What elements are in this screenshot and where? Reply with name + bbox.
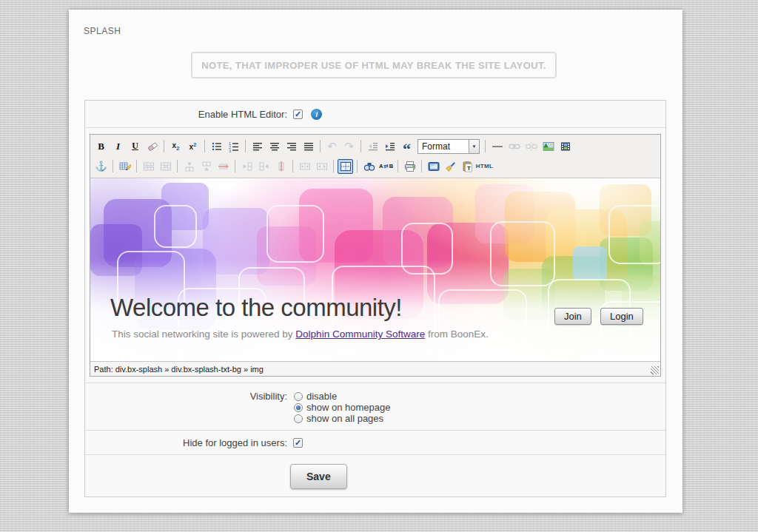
underline-icon: U bbox=[132, 141, 138, 152]
radio-label: show on all pages bbox=[306, 413, 383, 424]
rowafter-icon bbox=[201, 161, 212, 172]
toolbar-separator bbox=[204, 140, 205, 152]
find-button[interactable] bbox=[361, 159, 377, 174]
chevron-down-icon[interactable]: ▼ bbox=[469, 140, 479, 153]
preview-button[interactable] bbox=[426, 159, 441, 174]
html-source-button[interactable]: HTML bbox=[477, 159, 492, 174]
editor-element-path[interactable]: Path: div.bx-splash » div.bx-splash-txt-… bbox=[94, 365, 264, 374]
aligncenter-icon bbox=[269, 141, 281, 152]
redo-button: ↷ bbox=[341, 139, 357, 154]
numbered-list-button[interactable]: 123 bbox=[226, 139, 241, 154]
enable-editor-row: Enable HTML Editor: ✓ i bbox=[85, 101, 665, 127]
align-right-button[interactable] bbox=[284, 139, 299, 154]
mergecells-icon bbox=[316, 161, 328, 172]
cleanup-code-button[interactable] bbox=[443, 159, 458, 174]
visibility-label: Visibility: bbox=[85, 391, 291, 424]
html-warning-note-text: NOTE, THAT IMPROPER USE OF HTML MAY BREA… bbox=[201, 60, 546, 71]
insert-row-before-button bbox=[181, 159, 197, 174]
svg-text:T: T bbox=[467, 165, 471, 172]
align-justify-button[interactable] bbox=[301, 139, 316, 154]
superscript-button[interactable]: x2 bbox=[185, 139, 201, 154]
editor-content-area[interactable]: Welcome to the community! This social ne… bbox=[90, 178, 660, 361]
paste-as-text-button[interactable]: T bbox=[460, 159, 475, 174]
italic-icon: I bbox=[116, 141, 120, 152]
subscript-icon: x2 bbox=[172, 141, 179, 152]
login-button[interactable]: Login bbox=[600, 308, 643, 325]
preview-icon bbox=[428, 161, 440, 172]
resize-handle-icon[interactable] bbox=[651, 366, 659, 374]
toolbar-separator bbox=[398, 160, 398, 172]
visibility-option-show-on-homepage[interactable]: show on homepage bbox=[293, 402, 665, 413]
insert-table-button[interactable] bbox=[117, 159, 133, 174]
align-left-button[interactable] bbox=[249, 139, 265, 154]
splash-outline-shape bbox=[154, 205, 197, 248]
splash-subtitle-prefix: This social networking site is powered b… bbox=[112, 329, 295, 340]
delete-column-button bbox=[273, 159, 289, 174]
join-button[interactable]: Join bbox=[554, 308, 591, 325]
table-cell-properties-button bbox=[158, 159, 173, 174]
image-icon bbox=[543, 141, 554, 152]
indent-button[interactable] bbox=[382, 139, 398, 154]
toolbar-separator bbox=[136, 160, 137, 172]
format-select[interactable]: Format▼ bbox=[417, 139, 480, 154]
splash-image[interactable]: Welcome to the community! This social ne… bbox=[90, 178, 660, 361]
bold-button[interactable]: B bbox=[93, 139, 109, 154]
remove-format-button[interactable] bbox=[144, 139, 160, 154]
anchor-button[interactable]: ⚓ bbox=[93, 159, 109, 174]
radio-label: show on homepage bbox=[306, 402, 390, 413]
editor-toolbar: BIUx2x2123↶↷“Format▼ ⚓A⇄BTHTML bbox=[90, 135, 660, 178]
splitcells-icon bbox=[299, 161, 311, 172]
enable-editor-label: Enable HTML Editor: bbox=[85, 109, 291, 120]
insert-media-button[interactable] bbox=[557, 139, 573, 154]
cellprops-icon bbox=[160, 161, 172, 172]
underline-button[interactable]: U bbox=[127, 139, 143, 154]
radio-icon bbox=[294, 392, 303, 401]
visibility-option-disable[interactable]: disable bbox=[293, 391, 665, 402]
content-panel: SPLASH NOTE, THAT IMPROPER USE OF HTML M… bbox=[69, 10, 682, 513]
editor-status-bar: Path: div.bx-splash » div.bx-splash-txt-… bbox=[90, 361, 660, 376]
alignright-icon bbox=[286, 141, 298, 152]
remove-link-button bbox=[523, 139, 539, 154]
insert-image-button[interactable] bbox=[540, 139, 556, 154]
insert-link-button bbox=[506, 139, 522, 154]
visibility-options: disableshow on homepageshow on all pages bbox=[291, 391, 665, 424]
link-icon bbox=[509, 141, 520, 152]
editor-row: BIUx2x2123↶↷“Format▼ ⚓A⇄BTHTML Welcome t… bbox=[85, 127, 665, 383]
find-replace-button[interactable]: A⇄B bbox=[378, 159, 394, 174]
print-button[interactable] bbox=[402, 159, 417, 174]
bold-icon: B bbox=[98, 141, 104, 152]
subscript-button[interactable]: x2 bbox=[168, 139, 184, 154]
align-center-button[interactable] bbox=[266, 139, 282, 154]
enable-editor-checkbox[interactable]: ✓ bbox=[293, 110, 303, 119]
hide-logged-checkbox[interactable]: ✓ bbox=[293, 438, 303, 448]
delrow-icon bbox=[218, 161, 229, 172]
colbefore-icon bbox=[241, 161, 253, 172]
anchor-icon: ⚓ bbox=[95, 161, 107, 172]
bullet-list-button[interactable] bbox=[209, 139, 224, 154]
insert-column-before-button bbox=[239, 159, 255, 174]
save-button[interactable]: Save bbox=[290, 464, 347, 489]
splash-subtitle: This social networking site is powered b… bbox=[112, 329, 489, 340]
toolbar-separator bbox=[177, 160, 178, 172]
visibility-row: Visibility: disableshow on homepageshow … bbox=[85, 383, 665, 430]
page-title: SPLASH bbox=[84, 26, 121, 36]
splash-settings-form: Enable HTML Editor: ✓ i BIUx2x2123↶↷“For… bbox=[84, 100, 666, 497]
blockquote-button[interactable]: “ bbox=[399, 139, 415, 154]
indent-icon bbox=[384, 141, 396, 152]
horizontal-rule-button[interactable] bbox=[489, 139, 505, 154]
splash-subtitle-suffix: from BoonEx. bbox=[425, 329, 489, 340]
splash-outline-shape bbox=[266, 205, 324, 263]
hide-logged-row: Hide for logged in users: ✓ bbox=[85, 430, 665, 454]
toolbar-separator bbox=[485, 140, 486, 152]
pastetext-icon: T bbox=[462, 161, 474, 172]
visibility-option-show-on-all-pages[interactable]: show on all pages bbox=[293, 413, 665, 424]
splash-heading: Welcome to the community! bbox=[110, 294, 402, 322]
dolphin-software-link[interactable]: Dolphin Community Software bbox=[295, 329, 425, 340]
toggle-guidelines-button[interactable] bbox=[338, 159, 353, 174]
format-select-value: Format bbox=[418, 140, 469, 153]
radio-icon bbox=[294, 403, 303, 412]
delete-row-button bbox=[215, 159, 231, 174]
info-icon[interactable]: i bbox=[311, 109, 322, 120]
toolbar-separator bbox=[113, 160, 113, 172]
italic-button[interactable]: I bbox=[110, 139, 126, 154]
